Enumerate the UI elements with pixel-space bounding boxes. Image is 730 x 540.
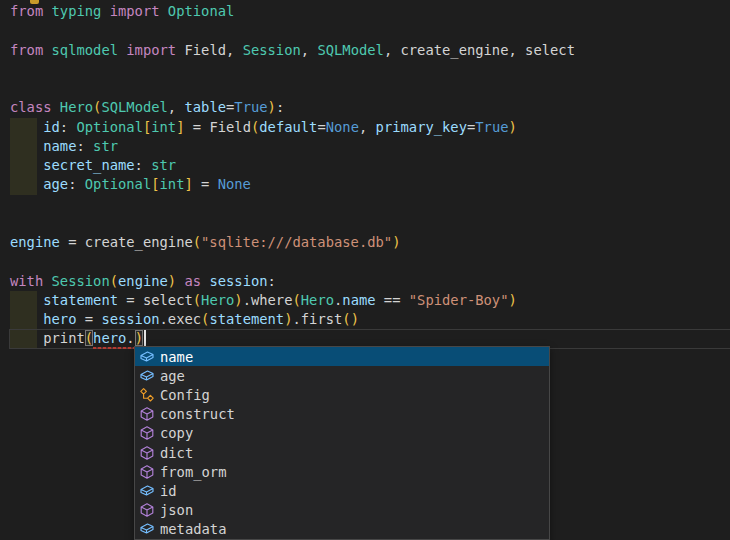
suggest-item[interactable]: construct <box>135 405 549 424</box>
code-line[interactable]: from sqlmodel import Field, Session, SQL… <box>10 41 730 60</box>
code-line[interactable] <box>10 195 730 214</box>
token-type: SQLModel <box>317 42 383 58</box>
code-lines: from typing import Optionalfrom sqlmodel… <box>10 2 730 349</box>
suggest-item-label: Config <box>160 387 210 403</box>
token-var: secret_name <box>43 157 134 173</box>
suggest-item[interactable]: json <box>135 501 549 520</box>
code-line[interactable]: statement = select(Hero).where(Hero.name… <box>10 291 730 310</box>
token-type: Optional <box>76 119 142 135</box>
token-plain: . <box>126 330 134 346</box>
token-plain: == <box>376 292 409 308</box>
suggest-item[interactable]: Config <box>135 385 549 404</box>
token-var: engine <box>118 273 168 289</box>
token-brk: ) <box>392 234 400 250</box>
code-line[interactable] <box>10 252 730 271</box>
token-plain: : <box>276 99 284 115</box>
token-brk: [ <box>151 176 159 192</box>
token-var: statement <box>43 292 118 308</box>
code-line[interactable]: engine = create_engine("sqlite:///databa… <box>10 233 730 252</box>
suggest-item[interactable]: metadata <box>135 520 549 539</box>
token-plain: = <box>60 234 85 250</box>
token-var: session <box>209 273 267 289</box>
token-var: id <box>43 119 60 135</box>
token-var: name <box>43 138 76 154</box>
suggest-item[interactable]: id <box>135 481 549 500</box>
token-var: default <box>259 119 317 135</box>
suggest-item-label: from_orm <box>160 464 226 480</box>
token-kw: import <box>126 42 176 58</box>
code-line[interactable]: class Hero(SQLModel, table=True): <box>10 98 730 117</box>
token-type: sqlmodel <box>52 42 118 58</box>
token-plain: .exec <box>160 311 202 327</box>
symbol-field-icon <box>139 349 155 365</box>
token-type: SQLModel <box>101 99 167 115</box>
token-kw: from <box>10 3 43 19</box>
token-brk: ) <box>509 119 517 135</box>
token-plain <box>10 292 43 308</box>
token-plain <box>43 3 51 19</box>
token-var: hero <box>43 311 76 327</box>
code-line[interactable]: id: Optional[int] = Field(default=None, … <box>10 118 730 137</box>
token-plain: , <box>384 42 401 58</box>
token-type: Optional <box>85 176 151 192</box>
code-line[interactable]: secret_name: str <box>10 156 730 175</box>
suggest-item-label: copy <box>160 425 193 441</box>
token-var: name <box>342 292 375 308</box>
token-plain <box>43 273 51 289</box>
suggest-item[interactable]: from_orm <box>135 462 549 481</box>
code-line[interactable]: with Session(engine) as session: <box>10 272 730 291</box>
code-line[interactable] <box>10 214 730 233</box>
code-line[interactable] <box>10 79 730 98</box>
token-plain <box>10 330 43 346</box>
token-type: Hero <box>60 99 93 115</box>
suggest-item-label: id <box>160 483 177 499</box>
token-str: "Spider-Boy" <box>409 292 509 308</box>
symbol-method-icon <box>139 445 155 461</box>
token-const: None <box>326 119 359 135</box>
token-plain: , <box>359 119 376 135</box>
code-editor[interactable]: from typing import Optionalfrom sqlmodel… <box>0 0 730 540</box>
token-plain: select <box>525 42 575 58</box>
suggest-item[interactable]: dict <box>135 443 549 462</box>
token-plain: : <box>76 138 93 154</box>
token-type: Session <box>243 42 301 58</box>
token-plain <box>10 311 43 327</box>
token-plain <box>43 42 51 58</box>
token-plain: = <box>184 119 209 135</box>
suggest-item[interactable]: age <box>135 366 549 385</box>
token-plain <box>52 99 60 115</box>
token-type: Session <box>52 273 110 289</box>
token-type: Optional <box>168 3 234 19</box>
code-line[interactable]: name: str <box>10 137 730 156</box>
token-plain: : <box>268 273 276 289</box>
code-line[interactable]: from typing import Optional <box>10 2 730 21</box>
token-kw: class <box>10 99 52 115</box>
token-var: hero <box>93 330 126 346</box>
token-plain: create_engine <box>85 234 193 250</box>
token-plain <box>10 176 43 192</box>
token-brk: ) <box>234 292 242 308</box>
token-brkm: ) <box>135 330 143 346</box>
symbol-method-icon <box>139 425 155 441</box>
suggest-item-label: construct <box>160 406 235 422</box>
token-plain <box>10 119 43 135</box>
token-plain: = <box>193 176 218 192</box>
code-line[interactable]: hero = session.exec(statement).first() <box>10 310 730 329</box>
symbol-field-icon <box>139 521 155 537</box>
token-kw: from <box>10 42 43 58</box>
code-line[interactable]: age: Optional[int] = None <box>10 175 730 194</box>
symbol-field-icon <box>139 368 155 384</box>
token-kw: with <box>10 273 43 289</box>
text-cursor <box>144 330 146 346</box>
suggest-item[interactable]: copy <box>135 424 549 443</box>
symbol-field-icon <box>139 483 155 499</box>
token-plain: , <box>301 42 318 58</box>
token-plain: = <box>118 292 143 308</box>
suggest-widget: nameageConfigconstructcopydictfrom_ormid… <box>134 346 550 540</box>
code-line[interactable] <box>10 60 730 79</box>
symbol-class-icon <box>139 387 155 403</box>
suggest-item-label: age <box>160 368 185 384</box>
suggest-item[interactable]: name <box>135 347 549 366</box>
symbol-method-icon <box>139 464 155 480</box>
code-line[interactable] <box>10 21 730 40</box>
